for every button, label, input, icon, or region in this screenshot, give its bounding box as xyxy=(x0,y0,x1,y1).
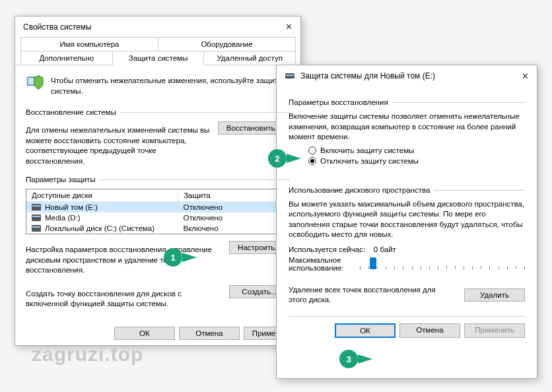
close-icon[interactable]: ✕ xyxy=(518,71,532,81)
restore-group-label: Восстановление системы xyxy=(26,108,290,116)
max-usage-row: Максимальное использование: xyxy=(289,256,525,272)
disk-usage-desc: Вы можете указать максимальный объем дис… xyxy=(289,199,525,240)
radio-icon xyxy=(308,147,316,154)
tab-body: Чтобы отменить нежелательные изменения, … xyxy=(15,65,300,321)
disk-usage-group: Использование дискового пространства xyxy=(289,186,525,194)
table-row[interactable]: Новый том (E:) Отключено xyxy=(26,202,289,212)
ok-button[interactable]: ОК xyxy=(114,327,175,340)
radio-enable-protection[interactable]: Включить защиту системы xyxy=(308,147,525,154)
system-protection-config-window: Защита системы для Новый том (E:) ✕ Пара… xyxy=(276,65,537,379)
usage-now-value: 0 байт xyxy=(374,245,396,253)
table-row[interactable]: Локальный диск (C:) (Система) Включено xyxy=(26,223,289,234)
radio-disable-protection[interactable]: Отключить защиту системы xyxy=(308,157,525,165)
max-usage-label: Максимальное использование: xyxy=(289,256,353,272)
svg-rect-3 xyxy=(286,75,294,76)
drive-icon xyxy=(32,204,41,211)
drive-icon xyxy=(285,71,295,81)
restore-description: Для отмены нежелательных изменений систе… xyxy=(26,125,210,166)
titlebar: Защита системы для Новый том (E:) ✕ xyxy=(277,65,537,86)
tab-computer-name[interactable]: Имя компьютера xyxy=(20,37,158,51)
info-text: Чтобы отменить нежелательные изменения, … xyxy=(51,76,290,96)
cancel-button[interactable]: Отмена xyxy=(399,323,460,338)
delete-description: Удаление всех точек восстановления для э… xyxy=(289,285,451,306)
watermark: zagruzi.top xyxy=(32,343,143,366)
ok-button[interactable]: ОК xyxy=(335,323,396,338)
col-protection: Защита xyxy=(178,189,289,201)
system-properties-window: Свойства системы ✕ Имя компьютера Оборуд… xyxy=(15,16,301,346)
restore-params-desc: Включение защиты системы позволяет отмен… xyxy=(289,112,525,143)
tab-system-protection[interactable]: Защита системы xyxy=(112,51,205,65)
close-icon[interactable]: ✕ xyxy=(282,22,295,32)
drives-table: Доступные диски Защита Новый том (E:) От… xyxy=(26,189,290,234)
window-title: Свойства системы xyxy=(23,22,92,32)
tab-hardware[interactable]: Оборудование xyxy=(158,37,296,51)
max-usage-slider[interactable] xyxy=(360,257,525,271)
shield-icon xyxy=(26,72,44,90)
callout-3: 3 xyxy=(339,350,372,368)
cancel-button[interactable]: Отмена xyxy=(179,327,240,340)
callout-1: 1 xyxy=(164,248,197,267)
usage-now-label: Используется сейчас: xyxy=(289,245,365,253)
delete-button[interactable]: Удалить xyxy=(464,288,525,302)
radio-icon xyxy=(308,157,316,165)
tab-remote[interactable]: Удаленный доступ xyxy=(203,51,296,65)
drive-icon xyxy=(32,225,41,232)
col-drives: Доступные диски xyxy=(26,189,178,201)
apply-button[interactable]: Применить xyxy=(464,323,525,338)
window-title: Защита системы для Новый том (E:) xyxy=(300,71,435,81)
drive-icon xyxy=(32,214,41,221)
callout-2: 2 xyxy=(268,149,301,168)
restore-params-group: Параметры восстановления xyxy=(289,98,525,106)
titlebar: Свойства системы ✕ xyxy=(15,16,300,37)
tab-advanced[interactable]: Дополнительно xyxy=(20,51,113,65)
table-row[interactable]: Media (D:) Отключено xyxy=(26,212,289,223)
tabs: Имя компьютера Оборудование Дополнительн… xyxy=(15,37,300,65)
dialog-body: Параметры восстановления Включение защит… xyxy=(277,86,537,346)
table-header: Доступные диски Защита xyxy=(26,189,289,202)
params-group-label: Параметры защиты xyxy=(26,176,290,183)
create-description: Создать точку восстановления для дисков … xyxy=(26,289,221,310)
